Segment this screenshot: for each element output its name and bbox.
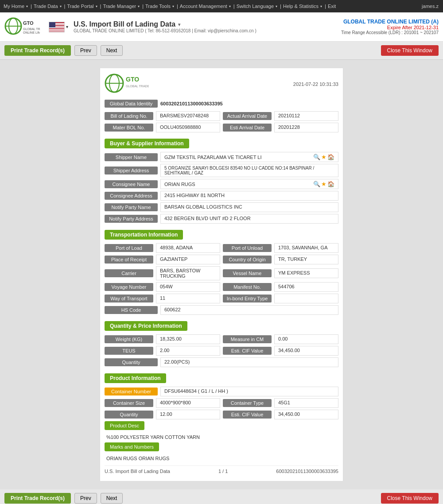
voyage-label: Voyage Number <box>105 283 153 291</box>
mater-bol-field: Mater BOL No. OOLU4050988880 <box>105 123 220 132</box>
shipper-address-value: 5 ORGANIZE SANAYI BOLGESI 83540 NO LU CA… <box>160 164 338 177</box>
nav-trade-tools[interactable]: Trade Tools ▾ <box>145 4 175 9</box>
flag-selector[interactable]: ▾ <box>49 22 68 32</box>
buyer-supplier-header: Buyer & Supplier Information <box>105 139 189 148</box>
actual-arrival-label: Actual Arrival Date <box>223 112 272 120</box>
vessel-name-field: Vessel Name YM EXPRESS <box>223 268 338 278</box>
notify-party-name-value: BARSAN GLOBAL LOGISTICS INC <box>160 202 338 212</box>
voyage-field: Voyage Number 054W <box>105 282 220 292</box>
bol-arrival-row: Bill of Lading No. BARSMESV20748248 Actu… <box>105 111 338 121</box>
prev-button-top[interactable]: Prev <box>74 45 97 56</box>
svg-text:ONLINE LIMITED: ONLINE LIMITED <box>23 31 40 34</box>
container-number-label: Container Number <box>105 388 158 395</box>
shipper-star-icon[interactable]: ★ <box>321 154 326 160</box>
prev-button-bottom[interactable]: Prev <box>74 493 97 504</box>
mater-bol-value: OOLU4050988880 <box>156 123 220 132</box>
container-type-field: Container Type 45G1 <box>223 398 338 408</box>
in-bond-value <box>274 294 338 303</box>
nav-arrow: ▾ <box>320 4 322 8</box>
consignee-address-row: Consignee Address 2415 HIGHWAY 81 NORTH <box>105 191 338 201</box>
weight-value: 18,325.00 <box>156 334 220 344</box>
mater-bol-row: Mater BOL No. OOLU4050988880 Esti Arriva… <box>105 123 338 132</box>
nav-separator: | <box>280 4 281 9</box>
qty-cif2-row: Quantity 12.00 Esti. CIF Value 34,450.00 <box>105 410 338 419</box>
record-container: GTO GLOBAL TRADE ONLINE LIMITED 2021-07-… <box>100 68 343 481</box>
product-desc-button[interactable]: Product Desc <box>105 421 144 430</box>
hs-code-label: HS Code <box>105 306 158 314</box>
consignee-name-value: ORIAN RUGS 🔍 ★ 🏠 <box>160 179 338 189</box>
shipper-address-label: Shipper Address <box>105 167 158 174</box>
consignee-search-icon[interactable]: 🔍 <box>313 181 320 187</box>
header-title-area: U.S. Import Bill of Lading Data ▾ GLOBAL… <box>74 20 341 33</box>
bol-value: BARSMESV20748248 <box>156 111 220 121</box>
quantity-label: Quantity <box>105 358 158 366</box>
transportation-section-header: Transportation Information <box>105 225 338 243</box>
title-dropdown-arrow[interactable]: ▾ <box>178 22 180 27</box>
next-button-bottom[interactable]: Next <box>101 493 123 504</box>
bottom-toolbar: Print Trade Record(s) Prev Next Close Th… <box>0 489 443 504</box>
consignee-name-label: Consignee Name <box>105 180 158 188</box>
carrier-vessel-row: Carrier BARS, BARSTOW TRUCKING Vessel Na… <box>105 266 338 280</box>
record-footer: U.S. Import Bill of Lading Data 1 / 1 60… <box>105 465 338 477</box>
nav-trade-portal[interactable]: Trade Portal ▾ <box>67 4 98 9</box>
marks-button[interactable]: Marks and Numbers <box>105 442 159 451</box>
teus-value: 2.00 <box>156 346 220 356</box>
container-size-label: Container Size <box>105 399 153 407</box>
way-transport-value: 11 <box>156 294 220 303</box>
quantity-price-header: Quantity & Price Information <box>105 321 187 331</box>
contact-info: GLOBAL TRADE ONLINE LIMITED ( Tel: 86-51… <box>74 28 341 33</box>
country-origin-field: Country of Origin TR, TURKEY <box>223 255 338 264</box>
nav-separator: | <box>64 4 66 9</box>
port-unload-field: Port of Unload 1703, SAVANNAH, GA <box>223 243 338 253</box>
nav-separator: | <box>142 4 144 9</box>
weight-label: Weight (KG) <box>105 335 153 343</box>
manifest-label: Manifest No. <box>223 283 272 291</box>
nav-exit[interactable]: Exit <box>328 4 337 9</box>
nav-switch-language[interactable]: Switch Language ▾ <box>237 4 278 9</box>
teus-field: TEUS 2.00 <box>105 346 220 356</box>
next-button-top[interactable]: Next <box>101 45 123 56</box>
measure-label: Measure in CM <box>223 335 272 343</box>
port-load-value: 48938, ADANA <box>156 243 220 253</box>
company-link[interactable]: GLOBAL TRADE ONLINE LIMITED (A) <box>341 19 439 25</box>
print-button-bottom[interactable]: Print Trade Record(s) <box>4 493 71 504</box>
esti-arrival-value: 20201228 <box>274 123 338 132</box>
page-header: GTO GLOBAL TRADE ONLINE LIMITED ▾ U.S. I… <box>0 12 443 42</box>
container-type-label: Container Type <box>223 399 272 407</box>
top-toolbar: Print Trade Record(s) Prev Next Close Th… <box>0 42 443 60</box>
close-button-top[interactable]: Close This Window <box>381 45 439 56</box>
close-button-bottom[interactable]: Close This Window <box>381 493 439 504</box>
nav-arrow: ▾ <box>96 4 97 8</box>
hs-code-value: 600622 <box>160 305 338 315</box>
shipper-address-row: Shipper Address 5 ORGANIZE SANAYI BOLGES… <box>105 164 338 177</box>
shipper-name-row: Shipper Name GZM TEKSTIL PAZARLAMA VE TI… <box>105 152 338 162</box>
consignee-home-icon[interactable]: 🏠 <box>327 181 334 187</box>
shipper-home-icon[interactable]: 🏠 <box>327 154 334 160</box>
print-button-top[interactable]: Print Trade Record(s) <box>4 45 71 56</box>
company-logo: GTO GLOBAL TRADE ONLINE LIMITED <box>4 15 40 39</box>
shipper-name-value: GZM TEKSTIL PAZARLAMA VE TICARET LI 🔍 ★ … <box>160 152 338 162</box>
hs-code-row: HS Code 600622 <box>105 305 338 315</box>
shipper-search-icon[interactable]: 🔍 <box>313 154 320 160</box>
nav-help-statistics[interactable]: Help & Statistics ▾ <box>283 4 323 9</box>
nav-arrow: ▾ <box>138 4 140 8</box>
in-bond-label: In-bond Entry Type <box>223 295 272 302</box>
teus-label: TEUS <box>105 347 153 355</box>
qty-product-field: Quantity 12.00 <box>105 410 220 419</box>
nav-trade-data[interactable]: Trade Data ▾ <box>34 4 62 9</box>
product-header: Product Information <box>105 373 166 383</box>
nav-my-home[interactable]: My Home ▾ <box>4 4 29 9</box>
flag-dropdown-arrow[interactable]: ▾ <box>66 24 68 29</box>
mater-bol-label: Mater BOL No. <box>105 124 153 132</box>
container-type-value: 45G1 <box>274 398 338 408</box>
nav-account-management[interactable]: Account Management ▾ <box>180 4 232 9</box>
consignee-address-label: Consignee Address <box>105 192 158 200</box>
nav-trade-manager[interactable]: Trade Manager ▾ <box>103 4 140 9</box>
quantity-value: 22.00(PCS) <box>160 357 338 367</box>
weight-field: Weight (KG) 18,325.00 <box>105 334 220 344</box>
cif-value-value: 34,450.00 <box>274 346 338 356</box>
nav-arrow: ▾ <box>26 4 28 8</box>
ports-row: Port of Load 48938, ADANA Port of Unload… <box>105 243 338 253</box>
record-header: GTO GLOBAL TRADE ONLINE LIMITED 2021-07-… <box>105 73 338 95</box>
consignee-star-icon[interactable]: ★ <box>321 181 326 187</box>
